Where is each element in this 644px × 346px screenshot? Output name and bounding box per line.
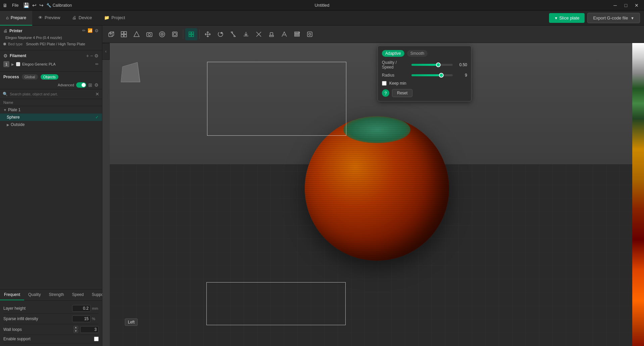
tree-item-outside[interactable]: ▶ Outside: [0, 121, 102, 128]
process-settings-btn[interactable]: ⚙: [94, 82, 99, 88]
popup-footer: ? Reset: [382, 89, 467, 97]
redo-btn[interactable]: ↪: [39, 2, 44, 8]
dropdown-right-icon: ▼: [631, 16, 634, 20]
active-layer-btn[interactable]: [185, 28, 197, 40]
navbar: ⌂ Prepare 👁 Preview 🖨 Device 📁 Project ▼…: [0, 11, 644, 26]
nav-preview[interactable]: 👁 Preview: [32, 11, 66, 26]
tab-quality[interactable]: Quality: [24, 290, 45, 300]
advanced-toggle[interactable]: [76, 82, 86, 88]
layer-height-input[interactable]: [72, 305, 91, 312]
keep-min-checkbox[interactable]: [382, 81, 387, 86]
export-button[interactable]: Export G-code file ▼: [587, 13, 640, 23]
slice-button[interactable]: ▼ Slice plate: [549, 13, 585, 23]
svg-rect-23: [295, 35, 299, 36]
orient-btn[interactable]: [169, 28, 181, 40]
window-title: Untitled: [314, 3, 329, 8]
tag-global-btn[interactable]: Global: [22, 74, 38, 80]
filament-remove-btn[interactable]: −: [90, 53, 93, 58]
view-cube-btn[interactable]: [105, 28, 117, 40]
calibration-menu[interactable]: 🔧 Calibration: [46, 3, 72, 8]
quality-speed-thumb: [436, 62, 441, 67]
popup-tab-adaptive[interactable]: Adaptive: [382, 50, 404, 57]
infill-input[interactable]: [72, 315, 91, 322]
radius-label: Radius: [382, 73, 409, 78]
radius-thumb: [439, 73, 444, 78]
help-button[interactable]: ?: [382, 89, 389, 97]
toolbar-divider-2: [199, 30, 200, 39]
popup-tab-smooth[interactable]: Smooth: [407, 50, 428, 57]
flatten-btn[interactable]: [240, 28, 252, 40]
search-icon: 🔍: [3, 92, 8, 96]
svg-rect-14: [192, 32, 194, 34]
wall-loops-up-btn[interactable]: ▲: [73, 326, 78, 329]
filament-edit-btn[interactable]: ✏: [95, 62, 99, 67]
tab-frequent[interactable]: Frequent: [0, 290, 24, 300]
sphere-object[interactable]: [305, 116, 449, 261]
app-icon: 🖥: [3, 3, 7, 8]
quality-speed-label: Quality / Speed: [382, 60, 409, 70]
view-label-left: Left: [125, 318, 138, 326]
grid-btn[interactable]: [118, 28, 130, 40]
viewport: ‹ Left Adaptive: [102, 26, 644, 346]
tab-strength[interactable]: Strength: [45, 290, 68, 300]
close-button[interactable]: ✕: [632, 2, 641, 9]
svg-rect-2: [124, 32, 127, 34]
object-tree: ▼ Plate 1 Sphere ✓ ▶ Outside: [0, 106, 102, 289]
tab-speed[interactable]: Speed: [68, 290, 88, 300]
orientation-cube[interactable]: [120, 63, 138, 82]
wall-loops-label: Wall loops: [3, 327, 73, 332]
nav-project[interactable]: 📁 Project: [98, 11, 131, 26]
chevron-down-icon: ▼: [3, 108, 7, 112]
move-btn[interactable]: [202, 28, 214, 40]
file-menu[interactable]: File: [10, 3, 20, 8]
filament-icon: ⚙: [3, 53, 8, 58]
filament-row: 1 ▶ Elegoo Generic PLA ✏: [3, 60, 99, 69]
bed-type-value: Smooth PEI Plate / High Temp Plate: [26, 42, 85, 46]
search-clear-btn[interactable]: ✕: [95, 91, 99, 97]
infill-value-row: %: [72, 315, 99, 322]
svg-point-9: [161, 33, 163, 36]
process-copy-btn[interactable]: ⊞: [88, 82, 92, 88]
printer-edit-icon[interactable]: ✏: [82, 28, 86, 33]
params-table: Layer height mm Sparse infill density %: [0, 301, 102, 346]
fdm-btn[interactable]: [304, 28, 316, 40]
tag-objects-btn[interactable]: Objects: [41, 74, 58, 80]
shape-btn[interactable]: [131, 28, 143, 40]
radius-slider[interactable]: [411, 74, 453, 76]
tree-sphere-label: Sphere: [7, 115, 20, 120]
nav-prepare[interactable]: ⌂ Prepare: [0, 11, 32, 26]
filament-name: Elegoo Generic PLA: [22, 62, 56, 66]
wifi-icon: 📶: [88, 28, 93, 33]
3d-scene[interactable]: Left: [110, 43, 644, 346]
popup-tab-row: Adaptive Smooth: [382, 50, 467, 57]
rotate-btn[interactable]: [214, 28, 227, 40]
tree-item-sphere[interactable]: Sphere ✓: [0, 114, 102, 121]
bed-type-label: Bed type: [8, 42, 22, 46]
wall-loops-down-btn[interactable]: ▼: [73, 330, 78, 333]
camera-btn[interactable]: [143, 28, 155, 40]
history-btn[interactable]: ↩: [32, 2, 37, 8]
sidebar-toggle-btn[interactable]: ‹: [102, 43, 110, 60]
maximize-button[interactable]: □: [621, 2, 631, 9]
quality-speed-slider[interactable]: [411, 64, 453, 66]
reset-button[interactable]: Reset: [392, 89, 412, 97]
device-icon: 🖨: [72, 15, 77, 20]
seam-btn[interactable]: [278, 28, 290, 40]
scale-btn[interactable]: [227, 28, 239, 40]
minimize-button[interactable]: ─: [610, 2, 620, 9]
cut-btn[interactable]: [253, 28, 265, 40]
support-checkbox[interactable]: [94, 337, 99, 341]
infill-row: Sparse infill density %: [3, 314, 99, 324]
search-input[interactable]: [10, 92, 93, 96]
variable-layer-btn[interactable]: [291, 28, 303, 40]
wall-loops-input[interactable]: [80, 326, 99, 333]
printer-settings-icon[interactable]: ⚙: [95, 28, 99, 33]
svg-rect-3: [121, 35, 123, 37]
arrange-btn[interactable]: [156, 28, 168, 40]
filament-add-btn[interactable]: +: [86, 53, 89, 58]
support-btn[interactable]: [265, 28, 278, 40]
filament-settings-btn[interactable]: ⚙: [94, 53, 99, 58]
save-btn[interactable]: 💾: [23, 2, 30, 8]
nav-device[interactable]: 🖨 Device: [66, 11, 98, 26]
tree-item-plate[interactable]: ▼ Plate 1: [0, 106, 102, 114]
